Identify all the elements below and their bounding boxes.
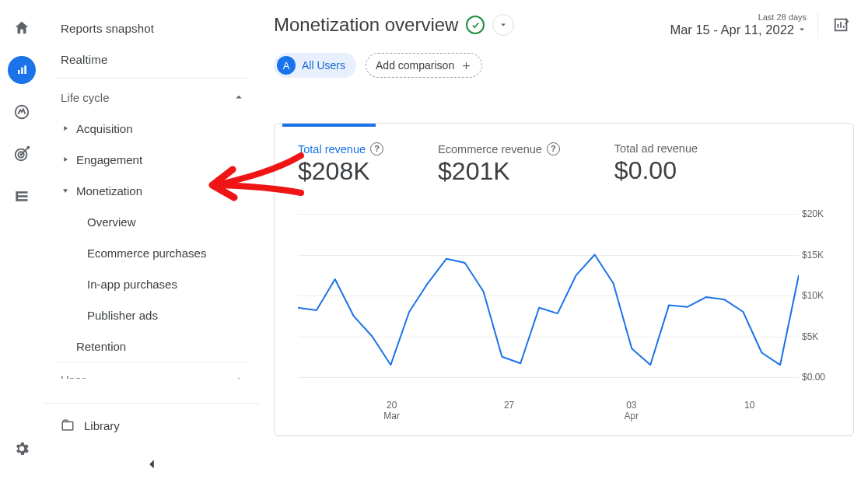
svg-rect-1 bbox=[18, 70, 20, 74]
insights-icon bbox=[833, 16, 850, 33]
divider bbox=[817, 11, 818, 39]
chart-y-tick: $5K bbox=[802, 331, 842, 342]
nav-library-label: Library bbox=[84, 419, 120, 432]
chart-y-tick: $15K bbox=[802, 250, 842, 260]
tree-monetization-label: Monetization bbox=[76, 184, 142, 198]
collapse-sidenav[interactable] bbox=[139, 452, 164, 477]
chevron-up-icon bbox=[232, 90, 246, 104]
chevron-left-icon bbox=[143, 456, 160, 473]
caret-down-icon bbox=[499, 20, 508, 30]
metric-ecommerce-revenue[interactable]: Ecommerce revenue ? $201K bbox=[438, 142, 560, 186]
tree-engagement-label: Engagement bbox=[76, 153, 142, 166]
date-range-picker[interactable]: Last 28 days Mar 15 - Apr 11, 2022 bbox=[670, 12, 807, 37]
tree-engagement[interactable]: Engagement bbox=[44, 144, 260, 175]
tree-retention-label: Retention bbox=[76, 340, 126, 353]
caret-down-icon bbox=[61, 187, 69, 194]
metric-total-revenue[interactable]: Total revenue ? $208K bbox=[298, 142, 383, 186]
metric-value: $0.00 bbox=[614, 156, 698, 185]
chart-y-tick: $0.00 bbox=[802, 372, 842, 383]
metric-label: Ecommerce revenue bbox=[438, 143, 542, 156]
svg-rect-12 bbox=[62, 422, 73, 431]
chart-x-tick: 27 bbox=[504, 400, 514, 411]
help-icon[interactable]: ? bbox=[547, 142, 560, 156]
chart-x-tick: 10 bbox=[744, 400, 754, 411]
rail-advertising[interactable] bbox=[8, 140, 36, 168]
caret-down-icon bbox=[797, 25, 807, 34]
sub-ecommerce-purchases[interactable]: Ecommerce purchases bbox=[44, 237, 260, 268]
section-user[interactable]: User bbox=[56, 364, 247, 379]
nav-realtime[interactable]: Realtime bbox=[44, 44, 260, 75]
add-comparison-button[interactable]: Add comparison bbox=[366, 53, 482, 78]
rail-settings[interactable] bbox=[8, 435, 36, 463]
chart-x-tick: 03Apr bbox=[624, 400, 639, 422]
sub-overview[interactable]: Overview bbox=[44, 206, 260, 237]
title-menu-button[interactable] bbox=[492, 14, 514, 36]
chart-x-tick: 20Mar bbox=[383, 400, 400, 422]
metric-label: Total ad revenue bbox=[614, 142, 698, 155]
home-icon bbox=[13, 19, 30, 37]
page-title: Monetization overview bbox=[274, 14, 458, 36]
chart-y-tick: $20K bbox=[802, 208, 842, 219]
revenue-line-chart: $20K$15K$10K$5K$0.00 bbox=[298, 214, 842, 397]
segment-label: All Users bbox=[302, 59, 345, 72]
status-ok-badge[interactable] bbox=[466, 16, 485, 34]
rail-explore[interactable] bbox=[8, 98, 36, 126]
date-range-preset: Last 28 days bbox=[670, 12, 807, 22]
caret-right-icon bbox=[61, 156, 69, 163]
tree-retention[interactable]: Retention bbox=[44, 330, 260, 362]
segment-all-users[interactable]: A All Users bbox=[274, 53, 356, 78]
metric-total-ad-revenue[interactable]: Total ad revenue $0.00 bbox=[614, 142, 698, 186]
sub-in-app-purchases[interactable]: In-app purchases bbox=[44, 268, 260, 299]
library-icon bbox=[61, 418, 75, 432]
svg-rect-3 bbox=[24, 65, 26, 74]
section-lifecycle[interactable]: Life cycle bbox=[44, 82, 260, 113]
svg-rect-11 bbox=[16, 191, 19, 201]
chart-x-axis: 20Mar2703Apr10 bbox=[298, 400, 842, 423]
date-range-value: Mar 15 - Apr 11, 2022 bbox=[670, 23, 794, 37]
sub-publisher-ads[interactable]: Publisher ads bbox=[44, 299, 260, 330]
chevron-up-icon bbox=[232, 372, 246, 379]
check-icon bbox=[471, 20, 481, 30]
metric-value: $208K bbox=[298, 157, 383, 186]
target-icon bbox=[13, 145, 30, 163]
plus-icon bbox=[460, 60, 472, 72]
rail-reports[interactable] bbox=[8, 56, 36, 84]
divider bbox=[56, 78, 247, 79]
nav-library[interactable]: Library bbox=[44, 411, 260, 439]
rail-home[interactable] bbox=[8, 14, 36, 42]
revenue-card: Total revenue ? $208K Ecommerce revenue … bbox=[274, 123, 854, 436]
help-icon[interactable]: ? bbox=[370, 142, 383, 156]
caret-right-icon bbox=[61, 124, 69, 132]
tree-acquisition[interactable]: Acquisition bbox=[44, 113, 260, 144]
tree-monetization[interactable]: Monetization bbox=[44, 175, 260, 206]
rail-configure[interactable] bbox=[8, 182, 36, 210]
section-user-label: User bbox=[61, 373, 86, 379]
explore-icon bbox=[13, 103, 30, 121]
metric-label: Total revenue bbox=[298, 143, 366, 156]
gear-icon bbox=[13, 440, 30, 457]
add-comparison-label: Add comparison bbox=[376, 59, 454, 72]
configure-icon bbox=[14, 188, 30, 204]
edit-comparisons-button[interactable] bbox=[829, 12, 854, 37]
segment-badge: A bbox=[277, 56, 296, 75]
tree-acquisition-label: Acquisition bbox=[76, 122, 133, 135]
chart-y-tick: $10K bbox=[802, 290, 842, 301]
metric-value: $201K bbox=[438, 157, 560, 186]
nav-reports-snapshot[interactable]: Reports snapshot bbox=[44, 12, 260, 44]
svg-rect-2 bbox=[21, 68, 23, 74]
section-lifecycle-label: Life cycle bbox=[61, 91, 110, 104]
reports-icon bbox=[14, 62, 30, 78]
